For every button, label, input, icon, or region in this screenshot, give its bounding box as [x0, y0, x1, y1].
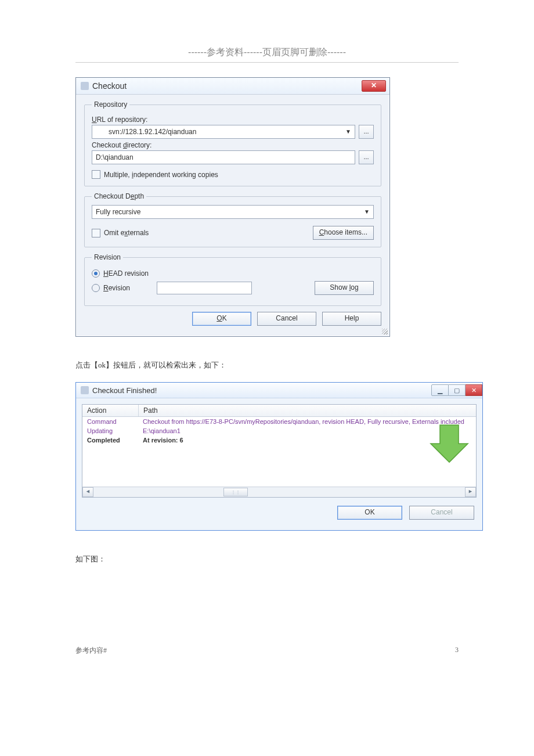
row-action: Command	[82, 417, 138, 426]
scroll-right-button[interactable]: ►	[465, 487, 476, 497]
ok-button[interactable]: OK	[337, 506, 402, 520]
revision-label: Revision	[103, 284, 130, 292]
checkout-title: Checkout	[92, 81, 127, 91]
app-icon	[81, 82, 89, 90]
chevron-down-icon: ▼	[364, 206, 370, 218]
url-combo[interactable]: svn://128.1.92.142/qianduan ▼	[92, 125, 355, 139]
page-number: 3	[455, 646, 459, 656]
finished-title: Checkout Finished!	[92, 386, 157, 395]
resize-grip-icon[interactable]	[382, 329, 388, 334]
head-revision-radio[interactable]	[92, 269, 100, 278]
choose-items-button[interactable]: Choose items...	[313, 226, 374, 240]
checkout-dialog: Checkout ✕ Repository URL of repository:…	[75, 77, 390, 337]
head-revision-label: HEAD revision	[103, 269, 149, 278]
revision-group: Revision HEAD revision Revision Show log	[84, 253, 381, 306]
horizontal-scrollbar[interactable]: ◄ ⋮⋮ ►	[82, 487, 476, 497]
revision-radio[interactable]	[92, 284, 100, 292]
column-path[interactable]: Path	[139, 405, 476, 416]
log-listbox: Action Path Command Checkout from https:…	[82, 404, 477, 498]
omit-externals-label: Omit externals	[104, 229, 149, 237]
repository-legend: Repository	[92, 100, 129, 109]
chevron-down-icon: ▼	[345, 125, 351, 138]
depth-value: Fully recursive	[96, 206, 140, 218]
show-log-button[interactable]: Show log	[315, 281, 374, 295]
close-button[interactable]: ✕	[466, 384, 482, 396]
dir-label: Checkout directory:	[92, 141, 374, 149]
paragraph-last: 如下图：	[75, 554, 459, 564]
cancel-button[interactable]: Cancel	[257, 312, 316, 326]
list-row: Updating E:\qianduan1	[82, 426, 476, 435]
row-path: E:\qianduan1	[138, 426, 476, 435]
omit-externals-checkbox[interactable]	[92, 229, 100, 237]
scroll-track[interactable]: ⋮⋮	[93, 488, 465, 496]
url-value: svn://128.1.92.142/qianduan	[96, 125, 196, 138]
page-header: ------参考资料------页眉页脚可删除------	[75, 46, 459, 63]
scroll-left-button[interactable]: ◄	[82, 487, 93, 497]
row-path: Checkout from https://E73-8-PC/svn/myRep…	[138, 417, 476, 426]
finished-dialog: Checkout Finished! ▁ ▢ ✕ Action Path Com…	[75, 382, 483, 531]
cancel-button: Cancel	[409, 506, 474, 520]
help-button[interactable]: Help	[322, 312, 381, 326]
checkout-titlebar: Checkout ✕	[76, 78, 389, 95]
multiple-copies-checkbox[interactable]	[92, 170, 100, 179]
row-action: Completed	[82, 435, 138, 445]
depth-legend: Checkout Depth	[92, 192, 146, 200]
svg-marker-0	[431, 425, 468, 462]
revision-input[interactable]	[157, 282, 252, 294]
paragraph-after-ok: 点击【ok】按钮后，就可以检索出来，如下：	[75, 360, 459, 370]
list-row: Command Checkout from https://E73-8-PC/s…	[82, 417, 476, 426]
depth-group: Checkout Depth Fully recursive ▼ Omit ex…	[84, 192, 381, 247]
minimize-button[interactable]: ▁	[431, 384, 449, 396]
repository-group: Repository URL of repository: svn://128.…	[84, 100, 381, 186]
row-path: At revision: 6	[138, 435, 476, 445]
list-row: Completed At revision: 6	[82, 435, 476, 445]
revision-legend: Revision	[92, 253, 123, 261]
close-button[interactable]: ✕	[362, 80, 386, 92]
row-action: Updating	[82, 426, 138, 435]
column-action[interactable]: Action	[82, 405, 139, 416]
ok-button[interactable]: OK	[192, 312, 251, 326]
footer-left: 参考内容#	[75, 646, 107, 656]
maximize-button[interactable]: ▢	[449, 384, 466, 396]
depth-combo[interactable]: Fully recursive ▼	[92, 205, 374, 219]
finished-titlebar: Checkout Finished! ▁ ▢ ✕	[76, 383, 482, 398]
dir-browse-button[interactable]: ...	[359, 150, 374, 164]
url-browse-button[interactable]: ...	[359, 125, 374, 139]
url-label: URL of repository:	[92, 116, 374, 124]
success-arrow-icon	[426, 420, 472, 467]
multiple-copies-label: Multiple, independent working copies	[104, 171, 218, 179]
dir-input[interactable]: D:\qianduan	[92, 150, 355, 164]
scroll-thumb[interactable]: ⋮⋮	[223, 488, 248, 496]
app-icon	[81, 386, 89, 394]
